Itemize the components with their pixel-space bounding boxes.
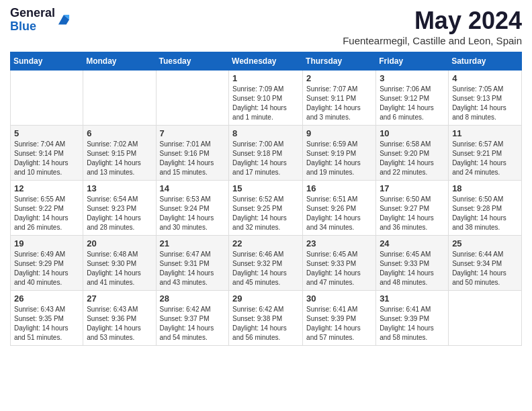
day-cell	[11, 71, 83, 126]
day-cell: 27Sunrise: 6:43 AM Sunset: 9:36 PM Dayli…	[83, 291, 156, 346]
day-info: Sunrise: 6:41 AM Sunset: 9:39 PM Dayligh…	[306, 305, 372, 342]
day-number: 21	[160, 238, 226, 248]
header-cell-saturday: Saturday	[449, 52, 522, 71]
day-cell: 14Sunrise: 6:53 AM Sunset: 9:24 PM Dayli…	[156, 181, 229, 236]
day-number: 18	[452, 183, 518, 193]
day-cell: 24Sunrise: 6:45 AM Sunset: 9:33 PM Dayli…	[376, 236, 449, 291]
day-cell: 15Sunrise: 6:52 AM Sunset: 9:25 PM Dayli…	[229, 181, 303, 236]
day-info: Sunrise: 6:45 AM Sunset: 9:33 PM Dayligh…	[306, 250, 372, 287]
logo: General Blue	[10, 7, 71, 34]
day-number: 17	[380, 183, 445, 193]
day-number: 30	[306, 293, 372, 304]
day-info: Sunrise: 6:50 AM Sunset: 9:28 PM Dayligh…	[452, 195, 518, 232]
day-info: Sunrise: 6:58 AM Sunset: 9:20 PM Dayligh…	[380, 140, 445, 177]
day-cell: 26Sunrise: 6:43 AM Sunset: 9:35 PM Dayli…	[11, 291, 83, 346]
day-info: Sunrise: 6:59 AM Sunset: 9:19 PM Dayligh…	[306, 140, 372, 177]
day-info: Sunrise: 6:43 AM Sunset: 9:35 PM Dayligh…	[14, 305, 79, 342]
day-number: 7	[160, 128, 226, 138]
day-cell: 8Sunrise: 7:00 AM Sunset: 9:18 PM Daylig…	[229, 126, 303, 181]
day-cell: 20Sunrise: 6:48 AM Sunset: 9:30 PM Dayli…	[83, 236, 156, 291]
day-info: Sunrise: 6:42 AM Sunset: 9:38 PM Dayligh…	[232, 305, 299, 342]
day-number: 31	[380, 293, 445, 304]
week-row-5: 26Sunrise: 6:43 AM Sunset: 9:35 PM Dayli…	[11, 291, 522, 346]
header-row: SundayMondayTuesdayWednesdayThursdayFrid…	[11, 52, 522, 71]
week-row-3: 12Sunrise: 6:55 AM Sunset: 9:22 PM Dayli…	[11, 181, 522, 236]
calendar-header: SundayMondayTuesdayWednesdayThursdayFrid…	[11, 52, 522, 71]
day-number: 28	[160, 293, 226, 304]
day-cell: 21Sunrise: 6:47 AM Sunset: 9:31 PM Dayli…	[156, 236, 229, 291]
day-number: 25	[452, 238, 518, 248]
day-number: 15	[232, 183, 299, 193]
day-cell: 9Sunrise: 6:59 AM Sunset: 9:19 PM Daylig…	[303, 126, 376, 181]
day-number: 10	[380, 128, 445, 138]
day-number: 11	[452, 128, 518, 138]
day-cell: 3Sunrise: 7:06 AM Sunset: 9:12 PM Daylig…	[376, 71, 449, 126]
week-row-4: 19Sunrise: 6:49 AM Sunset: 9:29 PM Dayli…	[11, 236, 522, 291]
day-number: 4	[452, 73, 518, 83]
day-info: Sunrise: 7:01 AM Sunset: 9:16 PM Dayligh…	[160, 140, 226, 177]
day-cell	[83, 71, 156, 126]
day-number: 20	[87, 238, 152, 248]
location-text: Fuentearmegil, Castille and Leon, Spain	[343, 35, 522, 46]
day-number: 13	[87, 183, 152, 193]
day-info: Sunrise: 6:52 AM Sunset: 9:25 PM Dayligh…	[232, 195, 299, 232]
page-container: General Blue May 2024 Fuentearmegil, Cas…	[0, 0, 532, 353]
week-row-1: 1Sunrise: 7:09 AM Sunset: 9:10 PM Daylig…	[11, 71, 522, 126]
day-number: 27	[87, 293, 152, 304]
logo-icon	[56, 13, 71, 28]
day-info: Sunrise: 7:04 AM Sunset: 9:14 PM Dayligh…	[14, 140, 79, 177]
day-cell: 10Sunrise: 6:58 AM Sunset: 9:20 PM Dayli…	[376, 126, 449, 181]
day-info: Sunrise: 6:41 AM Sunset: 9:39 PM Dayligh…	[380, 305, 445, 342]
day-info: Sunrise: 6:42 AM Sunset: 9:37 PM Dayligh…	[160, 305, 226, 342]
day-number: 9	[306, 128, 372, 138]
day-info: Sunrise: 7:06 AM Sunset: 9:12 PM Dayligh…	[380, 85, 445, 122]
header-cell-wednesday: Wednesday	[229, 52, 303, 71]
logo-general-text: General	[10, 6, 55, 19]
day-number: 24	[380, 238, 445, 248]
logo-blue-text: Blue	[10, 19, 36, 33]
day-number: 19	[14, 238, 79, 248]
day-cell: 5Sunrise: 7:04 AM Sunset: 9:14 PM Daylig…	[11, 126, 83, 181]
header-cell-tuesday: Tuesday	[156, 52, 229, 71]
day-cell: 28Sunrise: 6:42 AM Sunset: 9:37 PM Dayli…	[156, 291, 229, 346]
day-info: Sunrise: 6:47 AM Sunset: 9:31 PM Dayligh…	[160, 250, 226, 287]
day-cell: 17Sunrise: 6:50 AM Sunset: 9:27 PM Dayli…	[376, 181, 449, 236]
day-cell: 22Sunrise: 6:46 AM Sunset: 9:32 PM Dayli…	[229, 236, 303, 291]
day-cell	[156, 71, 229, 126]
day-cell: 6Sunrise: 7:02 AM Sunset: 9:15 PM Daylig…	[83, 126, 156, 181]
day-number: 1	[232, 73, 299, 83]
day-cell: 13Sunrise: 6:54 AM Sunset: 9:23 PM Dayli…	[83, 181, 156, 236]
header-cell-monday: Monday	[83, 52, 156, 71]
day-info: Sunrise: 6:45 AM Sunset: 9:33 PM Dayligh…	[380, 250, 445, 287]
week-row-2: 5Sunrise: 7:04 AM Sunset: 9:14 PM Daylig…	[11, 126, 522, 181]
day-number: 8	[232, 128, 299, 138]
header-cell-sunday: Sunday	[11, 52, 83, 71]
header-cell-friday: Friday	[376, 52, 449, 71]
day-info: Sunrise: 6:51 AM Sunset: 9:26 PM Dayligh…	[306, 195, 372, 232]
day-number: 5	[14, 128, 79, 138]
day-number: 29	[232, 293, 299, 304]
calendar-table: SundayMondayTuesdayWednesdayThursdayFrid…	[10, 52, 522, 346]
day-info: Sunrise: 7:05 AM Sunset: 9:13 PM Dayligh…	[452, 85, 518, 122]
day-info: Sunrise: 7:07 AM Sunset: 9:11 PM Dayligh…	[306, 85, 372, 122]
day-cell: 30Sunrise: 6:41 AM Sunset: 9:39 PM Dayli…	[303, 291, 376, 346]
day-info: Sunrise: 6:55 AM Sunset: 9:22 PM Dayligh…	[14, 195, 79, 232]
day-info: Sunrise: 6:53 AM Sunset: 9:24 PM Dayligh…	[160, 195, 226, 232]
day-number: 6	[87, 128, 152, 138]
day-cell: 7Sunrise: 7:01 AM Sunset: 9:16 PM Daylig…	[156, 126, 229, 181]
day-info: Sunrise: 6:43 AM Sunset: 9:36 PM Dayligh…	[87, 305, 152, 342]
day-number: 22	[232, 238, 299, 248]
day-info: Sunrise: 7:09 AM Sunset: 9:10 PM Dayligh…	[232, 85, 299, 122]
header-cell-thursday: Thursday	[303, 52, 376, 71]
day-info: Sunrise: 6:44 AM Sunset: 9:34 PM Dayligh…	[452, 250, 518, 287]
day-cell: 11Sunrise: 6:57 AM Sunset: 9:21 PM Dayli…	[449, 126, 522, 181]
day-number: 26	[14, 293, 79, 304]
day-info: Sunrise: 6:54 AM Sunset: 9:23 PM Dayligh…	[87, 195, 152, 232]
day-cell: 16Sunrise: 6:51 AM Sunset: 9:26 PM Dayli…	[303, 181, 376, 236]
title-block: May 2024 Fuentearmegil, Castille and Leo…	[343, 7, 522, 46]
day-number: 14	[160, 183, 226, 193]
day-number: 23	[306, 238, 372, 248]
day-number: 16	[306, 183, 372, 193]
month-title: May 2024	[343, 7, 522, 35]
day-info: Sunrise: 6:48 AM Sunset: 9:30 PM Dayligh…	[87, 250, 152, 287]
